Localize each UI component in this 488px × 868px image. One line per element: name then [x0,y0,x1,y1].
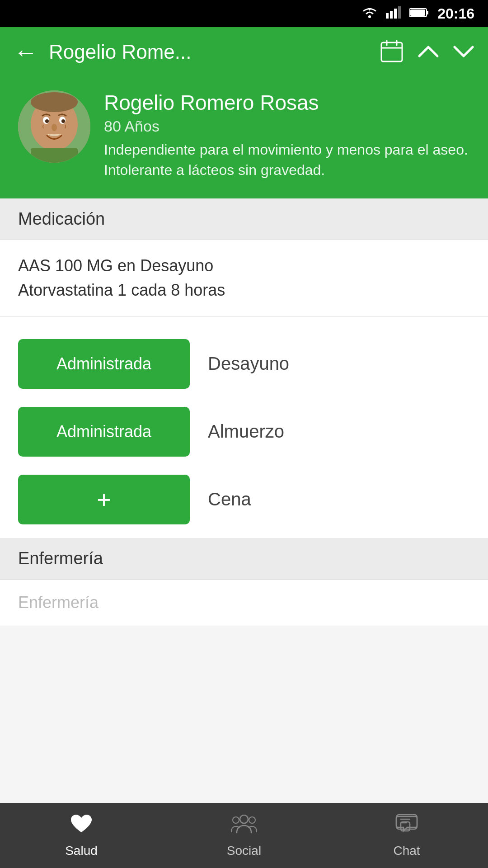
dose-row-cena: + Cena [18,475,470,524]
nav-item-salud[interactable]: Salud [0,803,163,868]
nav-label-chat: Chat [393,844,420,858]
heart-icon [69,813,94,840]
dose-label-almuerzo: Almuerzo [208,421,284,442]
calendar-icon[interactable] [380,39,404,65]
svg-rect-8 [410,9,425,16]
dose-row-desayuno: Administrada Desayuno [18,339,470,389]
nav-label-social: Social [227,844,261,858]
battery-icon [409,6,429,21]
svg-point-17 [45,119,49,123]
medication-section-header: Medicación [0,198,488,240]
dose-rows: Administrada Desayuno Administrada Almue… [0,316,488,538]
status-bar: 20:16 [0,0,488,27]
nursing-title: Enfermería [18,549,103,568]
nav-patient-name: Rogelio Rome... [49,41,369,63]
svg-point-24 [249,817,255,823]
svg-rect-3 [390,11,393,19]
nursing-input-area[interactable]: Enfermería [0,580,488,626]
patient-age: 80 Años [104,118,470,135]
svg-point-23 [233,817,239,823]
medication-list: AAS 100 MG en Desayuno Atorvastatina 1 c… [18,254,470,302]
svg-rect-4 [394,9,397,19]
chevron-up-icon[interactable] [418,39,439,65]
patient-notes: Independiente para el movimiento y menos… [104,140,470,180]
wifi-icon [361,5,378,22]
nav-item-chat[interactable]: Chat [325,803,488,868]
medication-item-2: Atorvastatina 1 cada 8 horas [18,281,225,299]
nursing-section-header: Enfermería [0,538,488,580]
nav-bar: ← Rogelio Rome... [0,27,488,77]
dose-label-cena: Cena [208,489,251,509]
svg-rect-21 [31,148,78,163]
chevron-down-icon[interactable] [453,39,474,65]
chat-icon [394,813,419,840]
medication-item-1: AAS 100 MG en Desayuno [18,256,213,275]
medication-content: AAS 100 MG en Desayuno Atorvastatina 1 c… [0,240,488,316]
patient-info: Rogelio Romero Rosas 80 Años Independien… [104,90,470,180]
back-button[interactable]: ← [14,38,38,66]
svg-point-18 [61,119,65,123]
nursing-section: Enfermería Enfermería [0,538,488,626]
bottom-nav: Salud Social [0,803,488,868]
svg-rect-2 [386,13,389,19]
patient-full-name: Rogelio Romero Rosas [104,90,470,115]
nav-label-salud: Salud [65,844,98,858]
svg-point-20 [31,92,78,112]
avatar [18,90,90,163]
svg-rect-7 [427,11,428,14]
svg-point-19 [52,124,57,131]
administer-almuerzo-button[interactable]: Administrada [18,407,190,457]
signal-icon [386,6,401,22]
nav-action-icons [380,39,474,65]
add-cena-button[interactable]: + [18,475,190,524]
status-time: 20:16 [437,5,474,22]
patient-header: Rogelio Romero Rosas 80 Años Independien… [0,77,488,198]
dose-row-almuerzo: Administrada Almuerzo [18,407,470,457]
medication-title: Medicación [18,209,105,228]
svg-rect-5 [398,6,401,19]
svg-point-22 [240,815,248,823]
svg-point-0 [368,15,371,18]
nursing-placeholder[interactable]: Enfermería [18,593,99,612]
svg-rect-9 [381,42,402,61]
nav-item-social[interactable]: Social [163,803,325,868]
social-icon [230,813,258,840]
dose-label-desayuno: Desayuno [208,354,289,374]
administer-desayuno-button[interactable]: Administrada [18,339,190,389]
